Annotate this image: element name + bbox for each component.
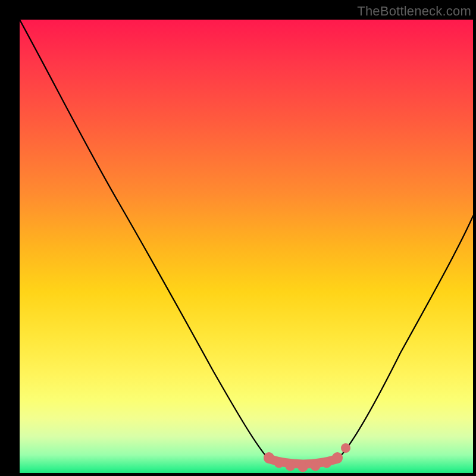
left-curve — [20, 20, 270, 460]
watermark-text: TheBottleneck.com — [357, 4, 471, 19]
marker-dot — [311, 461, 321, 471]
marker-dot — [322, 458, 332, 468]
marker-dot — [274, 458, 284, 468]
curves-svg — [20, 20, 473, 473]
marker-dot — [341, 443, 350, 453]
plot-area — [20, 20, 473, 473]
chart-frame: TheBottleneck.com — [0, 0, 476, 476]
marker-dot — [332, 452, 343, 463]
marker-dot — [264, 452, 274, 463]
right-curve — [337, 216, 473, 460]
marker-dot — [286, 461, 296, 471]
marker-dot — [298, 462, 308, 472]
